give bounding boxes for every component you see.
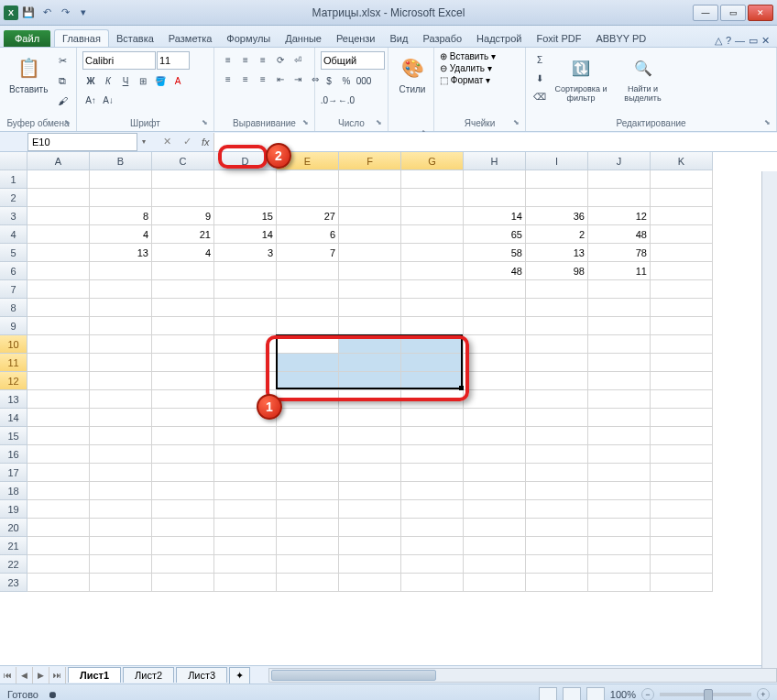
cell-G17[interactable] xyxy=(401,464,464,482)
cell-F12[interactable] xyxy=(339,372,401,390)
cell-K18[interactable] xyxy=(651,482,713,500)
align-right-icon[interactable]: ≡ xyxy=(255,71,271,87)
cell-H3[interactable]: 14 xyxy=(464,207,526,225)
row-header-5[interactable]: 5 xyxy=(0,244,27,262)
cell-C7[interactable] xyxy=(152,280,214,299)
cell-C19[interactable] xyxy=(152,500,214,519)
cell-J10[interactable] xyxy=(588,335,651,354)
cell-I7[interactable] xyxy=(526,280,588,299)
cell-I17[interactable] xyxy=(526,464,588,482)
shrink-font-icon[interactable]: A↓ xyxy=(100,92,116,108)
cell-H1[interactable] xyxy=(464,170,526,189)
cell-J16[interactable] xyxy=(588,445,651,464)
cell-B14[interactable] xyxy=(90,409,152,427)
cell-C22[interactable] xyxy=(152,555,214,574)
cell-H15[interactable] xyxy=(464,427,526,445)
cell-J8[interactable] xyxy=(588,299,651,317)
row-header-10[interactable]: 10 xyxy=(0,335,27,354)
tab-formulas[interactable]: Формулы xyxy=(219,30,278,47)
cell-G16[interactable] xyxy=(401,445,464,464)
cell-G2[interactable] xyxy=(401,189,464,207)
cell-F13[interactable] xyxy=(339,390,401,409)
macro-record-icon[interactable]: ⏺ xyxy=(48,689,58,700)
cell-E10[interactable] xyxy=(277,335,339,354)
cell-G6[interactable] xyxy=(401,262,464,280)
cell-D3[interactable]: 15 xyxy=(214,207,277,225)
row-header-18[interactable]: 18 xyxy=(0,482,27,500)
page-layout-view-button[interactable] xyxy=(563,687,581,701)
cell-A17[interactable] xyxy=(27,464,90,482)
cell-F18[interactable] xyxy=(339,482,401,500)
cell-I12[interactable] xyxy=(526,372,588,390)
cell-K7[interactable] xyxy=(651,280,713,299)
cell-E14[interactable] xyxy=(277,409,339,427)
autosum-icon[interactable]: Σ xyxy=(531,51,548,68)
col-header-I[interactable]: I xyxy=(526,152,588,170)
tab-home[interactable]: Главная xyxy=(54,29,109,47)
cell-E5[interactable]: 7 xyxy=(277,244,339,262)
cell-B5[interactable]: 13 xyxy=(90,244,152,262)
cell-J12[interactable] xyxy=(588,372,651,390)
new-sheet-button[interactable]: ✦ xyxy=(229,667,250,684)
tab-abbyy[interactable]: ABBYY PD xyxy=(588,30,653,47)
cell-A1[interactable] xyxy=(27,170,90,189)
cell-J1[interactable] xyxy=(588,170,651,189)
cell-J9[interactable] xyxy=(588,317,651,335)
tab-review[interactable]: Рецензи xyxy=(329,30,383,47)
cell-D20[interactable] xyxy=(214,519,277,537)
cell-H14[interactable] xyxy=(464,409,526,427)
cell-K6[interactable] xyxy=(651,262,713,280)
prev-sheet-icon[interactable]: ◀ xyxy=(16,667,33,684)
cell-I5[interactable]: 13 xyxy=(526,244,588,262)
cell-B6[interactable] xyxy=(90,262,152,280)
cell-A16[interactable] xyxy=(27,445,90,464)
cell-B4[interactable]: 4 xyxy=(90,225,152,244)
cell-F16[interactable] xyxy=(339,445,401,464)
cell-F17[interactable] xyxy=(339,464,401,482)
cell-B19[interactable] xyxy=(90,500,152,519)
row-header-12[interactable]: 12 xyxy=(0,372,27,390)
cell-E23[interactable] xyxy=(277,574,339,592)
cell-J5[interactable]: 78 xyxy=(588,244,651,262)
cell-C4[interactable]: 21 xyxy=(152,225,214,244)
increase-decimal-icon[interactable]: .0→ xyxy=(321,92,337,108)
name-box-dropdown-icon[interactable]: ▾ xyxy=(137,133,150,151)
cell-B9[interactable] xyxy=(90,317,152,335)
cell-G22[interactable] xyxy=(401,555,464,574)
cell-G10[interactable] xyxy=(401,335,464,354)
fill-icon[interactable]: ⬇ xyxy=(531,70,548,86)
cell-D6[interactable] xyxy=(214,262,277,280)
cell-G8[interactable] xyxy=(401,299,464,317)
cell-C10[interactable] xyxy=(152,335,214,354)
percent-icon[interactable]: % xyxy=(338,72,355,89)
cell-E19[interactable] xyxy=(277,500,339,519)
align-top-icon[interactable]: ≡ xyxy=(220,51,236,68)
cell-D23[interactable] xyxy=(214,574,277,592)
cell-C17[interactable] xyxy=(152,464,214,482)
cell-A11[interactable] xyxy=(27,354,90,372)
cell-F5[interactable] xyxy=(339,244,401,262)
insert-cells-button[interactable]: ⊕ Вставить ▾ xyxy=(440,51,496,61)
col-header-K[interactable]: K xyxy=(651,152,713,170)
cell-H22[interactable] xyxy=(464,555,526,574)
cell-J19[interactable] xyxy=(588,500,651,519)
cell-A6[interactable] xyxy=(27,262,90,280)
cell-D21[interactable] xyxy=(214,537,277,555)
minimize-button[interactable]: — xyxy=(693,5,718,21)
cell-K19[interactable] xyxy=(651,500,713,519)
cell-F1[interactable] xyxy=(339,170,401,189)
cell-F15[interactable] xyxy=(339,427,401,445)
clear-icon[interactable]: ⌫ xyxy=(531,88,548,104)
cell-B21[interactable] xyxy=(90,537,152,555)
comma-icon[interactable]: 000 xyxy=(356,72,372,89)
cancel-formula-icon[interactable]: ✕ xyxy=(158,134,176,150)
cell-B17[interactable] xyxy=(90,464,152,482)
cell-D2[interactable] xyxy=(214,189,277,207)
sheet-tab-3[interactable]: Лист3 xyxy=(176,667,227,683)
cell-A3[interactable] xyxy=(27,207,90,225)
cell-H4[interactable]: 65 xyxy=(464,225,526,244)
cell-I9[interactable] xyxy=(526,317,588,335)
row-header-15[interactable]: 15 xyxy=(0,427,27,445)
cell-A2[interactable] xyxy=(27,189,90,207)
cell-D5[interactable]: 3 xyxy=(214,244,277,262)
